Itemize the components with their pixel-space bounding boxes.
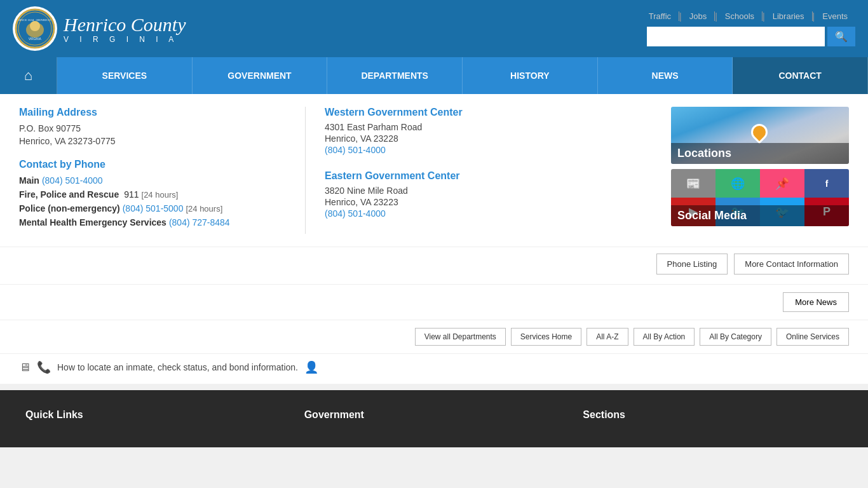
all-by-category-button[interactable]: All By Category [700, 328, 771, 346]
person-icon: 👤 [304, 360, 318, 374]
state-label: V I R G I N I A [64, 35, 178, 44]
jobs-link[interactable]: Jobs [682, 11, 715, 21]
social-label: Social Media [671, 205, 849, 226]
phone-note-police: [24 hours] [186, 204, 222, 214]
schools-link[interactable]: Schools [717, 11, 763, 21]
search-button[interactable]: 🔍 [827, 27, 855, 46]
svg-text:VIRGINIA: VIRGINIA [29, 37, 41, 41]
government-heading: Government [304, 409, 564, 421]
right-panel: Locations 📰 🌐 📌 f ▶ 🐦 🐦 P Social Media [671, 107, 849, 234]
mailing-line1: P.O. Box 90775 [19, 123, 292, 133]
phone-contact-section: Contact by Phone Main (804) 501-4000 Fir… [19, 159, 292, 227]
phone-label-fire: Fire, Police and Rescue [19, 189, 119, 200]
events-link[interactable]: Events [815, 11, 855, 21]
western-title: Western Government Center [325, 107, 658, 118]
nav-contact[interactable]: CONTACT [733, 57, 868, 94]
locations-card[interactable]: Locations [671, 107, 849, 164]
departments-bar: View all Departments Services Home All A… [0, 320, 868, 354]
phone-note-fire: [24 hours] [142, 190, 179, 200]
county-name: Henrico County [64, 14, 186, 35]
site-header: SINCE 1634 · HENRICO · VIRGINIA Henrico … [0, 0, 868, 57]
western-phone[interactable]: (804) 501-4000 [325, 145, 386, 155]
eastern-gov-center: Eastern Government Center 3820 Nine Mile… [325, 170, 658, 219]
social-cell-gray: 📰 [671, 169, 715, 198]
eastern-title: Eastern Government Center [325, 170, 658, 182]
gov-centers-panel: Western Government Center 4301 East Parh… [305, 107, 658, 234]
phone-number-mental[interactable]: (804) 727-8484 [169, 217, 230, 227]
nav-government[interactable]: GOVERNMENT [193, 57, 328, 94]
header-right: Traffic | Jobs | Schools | Libraries | E… [641, 11, 855, 46]
traffic-link[interactable]: Traffic [641, 11, 679, 21]
libraries-link[interactable]: Libraries [765, 11, 813, 21]
search-bar: 🔍 [647, 27, 855, 46]
phone-row-fire: Fire, Police and Rescue 911 [24 hours] [19, 189, 292, 200]
phone-icon: 📞 [37, 360, 51, 374]
svg-point-4 [30, 21, 40, 31]
search-input[interactable] [647, 27, 825, 46]
map-pin-icon [748, 121, 771, 144]
phone-label-mental: Mental Health Emergency Services [19, 217, 166, 227]
all-by-action-button[interactable]: All By Action [634, 328, 695, 346]
footer-sections: Sections [583, 409, 843, 428]
sections-heading: Sections [583, 409, 843, 421]
more-news-button[interactable]: More News [783, 292, 849, 312]
main-nav: ⌂ SERVICES GOVERNMENT DEPARTMENTS HISTOR… [0, 57, 868, 94]
western-addr1: 4301 East Parham Road [325, 122, 658, 132]
service-description-row: 🖥 📞 How to locate an inmate, check statu… [0, 354, 868, 384]
western-gov-center: Western Government Center 4301 East Parh… [325, 107, 658, 155]
quick-links-heading: Quick Links [25, 409, 285, 421]
social-cell-foursquare: 📌 [760, 169, 804, 198]
main-content: Mailing Address P.O. Box 90775 Henrico, … [0, 94, 868, 384]
nav-news[interactable]: NEWS [598, 57, 733, 94]
view-all-departments-button[interactable]: View all Departments [415, 328, 506, 346]
news-bar: More News [0, 284, 868, 320]
all-az-button[interactable]: All A-Z [587, 328, 628, 346]
phone-label-main: Main [19, 175, 39, 186]
eastern-addr1: 3820 Nine Mile Road [325, 186, 658, 196]
eastern-addr2: Henrico, VA 23223 [325, 197, 658, 207]
nav-services[interactable]: SERVICES [57, 57, 193, 94]
phone-number-main[interactable]: (804) 501-4000 [42, 175, 103, 186]
logo-area: SINCE 1634 · HENRICO · VIRGINIA Henrico … [13, 6, 186, 51]
county-name-text: Henrico County V I R G I N I A [64, 14, 186, 44]
contact-buttons: Phone Listing More Contact Information [0, 247, 868, 284]
phone-row-mental: Mental Health Emergency Services (804) 7… [19, 217, 292, 227]
mailing-address-title: Mailing Address [19, 107, 292, 118]
social-cell-web: 🌐 [715, 169, 760, 198]
eastern-phone[interactable]: (804) 501-4000 [325, 208, 386, 219]
contact-left-panel: Mailing Address P.O. Box 90775 Henrico, … [19, 107, 292, 234]
phone-listing-button[interactable]: Phone Listing [656, 254, 728, 274]
phone-row-police: Police (non-emergency) (804) 501-5000 [2… [19, 203, 292, 214]
panel-cards: Locations 📰 🌐 📌 f ▶ 🐦 🐦 P Social Media [671, 107, 849, 226]
phone-row-main: Main (804) 501-4000 [19, 175, 292, 186]
more-contact-button[interactable]: More Contact Information [734, 254, 849, 274]
phone-section-title: Contact by Phone [19, 159, 292, 170]
footer-quick-links: Quick Links [25, 409, 285, 428]
nav-history[interactable]: HISTORY [463, 57, 598, 94]
phone-number-police[interactable]: (804) 501-5000 [123, 203, 184, 214]
service-description-text: How to locate an inmate, check status, a… [57, 362, 298, 372]
phone-number-fire: 911 [124, 189, 139, 200]
nav-home[interactable]: ⌂ [0, 57, 57, 94]
footer-grid: Quick Links Government Sections [25, 409, 843, 428]
nav-departments[interactable]: DEPARTMENTS [327, 57, 463, 94]
services-home-button[interactable]: Services Home [511, 328, 581, 346]
footer-government: Government [304, 409, 564, 428]
site-footer: Quick Links Government Sections [0, 390, 868, 447]
mailing-line2: Henrico, VA 23273-0775 [19, 136, 292, 146]
online-services-button[interactable]: Online Services [776, 328, 849, 346]
social-cell-facebook: f [804, 169, 849, 198]
social-media-card[interactable]: 📰 🌐 📌 f ▶ 🐦 🐦 P Social Media [671, 169, 849, 226]
monitor-icon: 🖥 [19, 361, 31, 374]
phone-label-police: Police (non-emergency) [19, 203, 120, 214]
top-links: Traffic | Jobs | Schools | Libraries | E… [641, 11, 855, 22]
locations-label: Locations [671, 143, 849, 164]
western-addr2: Henrico, VA 23228 [325, 133, 658, 144]
contact-section: Mailing Address P.O. Box 90775 Henrico, … [0, 94, 868, 247]
seal-logo: SINCE 1634 · HENRICO · VIRGINIA [13, 6, 57, 51]
